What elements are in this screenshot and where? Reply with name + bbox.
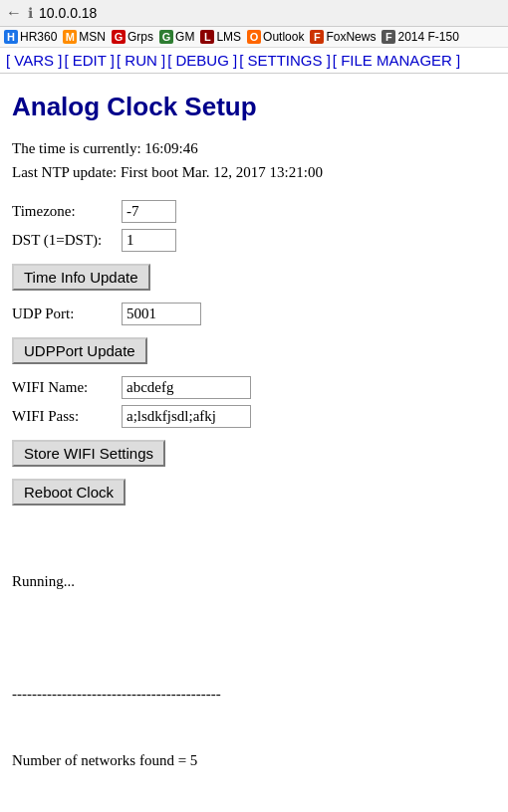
bookmark-outlook[interactable]: O Outlook xyxy=(247,30,304,44)
udp-port-input[interactable] xyxy=(122,303,201,325)
bookmark-hr360[interactable]: H HR360 xyxy=(4,30,57,44)
wifi-section: WIFI Name: WIFI Pass: xyxy=(12,376,496,428)
bookmark-outlook-label: Outlook xyxy=(263,30,304,44)
bookmark-foxnews-label: FoxNews xyxy=(326,30,376,44)
nav-run[interactable]: [ RUN ] xyxy=(117,52,165,69)
udp-port-row: UDP Port: xyxy=(12,303,496,325)
bookmark-gm[interactable]: G GM xyxy=(159,30,194,44)
bookmark-hr360-label: HR360 xyxy=(20,30,57,44)
nav-file-manager[interactable]: [ FILE MANAGER ] xyxy=(333,52,460,69)
udp-port-label: UDP Port: xyxy=(12,305,122,322)
bookmark-lms[interactable]: L LMS xyxy=(200,30,241,44)
info-icon: ℹ xyxy=(28,5,33,21)
current-time-label: The time is currently: 16:09:46 xyxy=(12,136,496,160)
bookmark-foxnews[interactable]: F FoxNews xyxy=(310,30,376,44)
udp-update-button[interactable]: UDPPort Update xyxy=(12,337,147,364)
wifi-name-row: WIFI Name: xyxy=(12,376,496,399)
running-status: Running... xyxy=(12,570,496,593)
bookmark-f150[interactable]: F 2014 F-150 xyxy=(381,30,458,44)
outlook-icon: O xyxy=(247,30,261,44)
foxnews-icon: F xyxy=(310,30,324,44)
nav-debug[interactable]: [ DEBUG ] xyxy=(167,52,237,69)
nav-menu: [ VARS ] [ EDIT ] [ RUN ] [ DEBUG ] [ SE… xyxy=(0,48,508,74)
nav-edit[interactable]: [ EDIT ] xyxy=(64,52,115,69)
nav-vars[interactable]: [ VARS ] xyxy=(6,52,62,69)
time-update-button[interactable]: Time Info Update xyxy=(12,264,150,291)
gm-icon: G xyxy=(159,30,173,44)
wifi-pass-input[interactable] xyxy=(122,405,251,428)
store-wifi-button[interactable]: Store WIFI Settings xyxy=(12,440,165,467)
f150-icon: F xyxy=(381,30,395,44)
dst-row: DST (1=DST): xyxy=(12,229,496,252)
bookmark-grps-label: Grps xyxy=(127,30,153,44)
bookmark-msn-label: MSN xyxy=(79,30,106,44)
nav-settings[interactable]: [ SETTINGS ] xyxy=(239,52,331,69)
separator1: ----------------------------------------… xyxy=(12,683,496,706)
main-content: Analog Clock Setup The time is currently… xyxy=(0,74,508,812)
time-info: The time is currently: 16:09:46 Last NTP… xyxy=(12,136,496,184)
hr360-icon: H xyxy=(4,30,18,44)
bookmark-gm-label: GM xyxy=(175,30,194,44)
grps-icon: G xyxy=(112,30,126,44)
bookmark-grps[interactable]: G Grps xyxy=(112,30,153,44)
back-button[interactable]: ← xyxy=(6,4,22,22)
wifi-name-label: WIFI Name: xyxy=(12,379,122,396)
wifi-pass-label: WIFI Pass: xyxy=(12,408,122,425)
top-bar: ← ℹ 10.0.0.18 xyxy=(0,0,508,27)
page-title: Analog Clock Setup xyxy=(12,92,496,122)
bookmarks-bar: H HR360 M MSN G Grps G GM L LMS O Outloo… xyxy=(0,27,508,48)
address-bar[interactable]: 10.0.0.18 xyxy=(39,5,97,21)
networks-found: Number of networks found = 5 xyxy=(12,749,496,772)
bookmark-msn[interactable]: M MSN xyxy=(63,30,106,44)
msn-icon: M xyxy=(63,30,77,44)
reboot-clock-button[interactable]: Reboot Clock xyxy=(12,479,126,506)
wifi-pass-row: WIFI Pass: xyxy=(12,405,496,428)
dst-input[interactable] xyxy=(122,229,176,252)
dst-label: DST (1=DST): xyxy=(12,232,122,249)
bookmark-lms-label: LMS xyxy=(216,30,241,44)
timezone-label: Timezone: xyxy=(12,203,122,220)
output-section: Running... -----------------------------… xyxy=(12,525,496,812)
ntp-update-label: Last NTP update: First boot Mar. 12, 201… xyxy=(12,160,496,184)
udp-section: UDP Port: xyxy=(12,303,496,325)
wifi-name-input[interactable] xyxy=(122,376,251,399)
bookmark-f150-label: 2014 F-150 xyxy=(397,30,458,44)
timezone-row: Timezone: xyxy=(12,200,496,223)
lms-icon: L xyxy=(200,30,214,44)
timezone-input[interactable] xyxy=(122,200,176,223)
timezone-section: Timezone: DST (1=DST): xyxy=(12,200,496,252)
